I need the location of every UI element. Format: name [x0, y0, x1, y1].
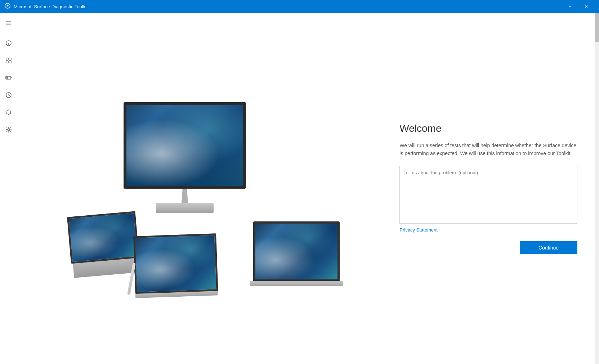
app-body: Welcome We will run a series of tests th…	[0, 13, 599, 364]
hero-area	[17, 13, 395, 364]
svg-rect-7	[6, 58, 8, 60]
laptop-screen	[253, 221, 340, 281]
monitor-stand-neck	[179, 189, 190, 203]
sidebar-item-diagnostics[interactable]	[0, 52, 17, 69]
sidebar-item-history[interactable]	[0, 86, 17, 104]
title-bar-left: Microsoft Surface Diagnostic Toolkit	[4, 3, 88, 10]
monitor-screen	[124, 102, 246, 189]
privacy-statement-link[interactable]: Privacy Statement	[399, 227, 577, 233]
laptop-base	[250, 281, 343, 286]
welcome-description: We will run a series of tests that will …	[399, 141, 577, 158]
scrollbar-thumb[interactable]	[595, 13, 599, 42]
main-content: Welcome We will run a series of tests th…	[17, 13, 599, 364]
svg-rect-13	[6, 77, 8, 79]
sidebar-item-info[interactable]	[0, 35, 17, 52]
svg-rect-8	[9, 58, 11, 60]
device-surface-studio	[116, 102, 253, 217]
app-icon	[4, 3, 11, 10]
svg-rect-10	[9, 61, 11, 63]
devices-illustration	[59, 95, 354, 304]
scrollbar-track	[595, 13, 599, 364]
right-panel: Welcome We will run a series of tests th…	[378, 13, 599, 364]
svg-point-6	[8, 42, 9, 42]
app-title: Microsoft Surface Diagnostic Toolkit	[14, 4, 88, 9]
svg-rect-12	[11, 77, 12, 78]
device-surface-flat	[133, 233, 222, 298]
device-surface-laptop	[253, 221, 347, 286]
svg-rect-9	[6, 61, 8, 63]
monitor-stand-base	[156, 203, 214, 213]
title-bar: Microsoft Surface Diagnostic Toolkit − ×	[0, 0, 599, 13]
flat-screen	[133, 233, 218, 294]
sidebar-item-menu[interactable]	[0, 14, 17, 32]
continue-button[interactable]: Continue	[520, 241, 577, 254]
title-bar-controls: − ×	[562, 0, 595, 13]
close-button[interactable]: ×	[578, 0, 595, 13]
sidebar-item-settings[interactable]	[0, 121, 17, 138]
minimize-button[interactable]: −	[562, 0, 578, 13]
svg-point-15	[8, 129, 10, 131]
problem-textarea[interactable]	[399, 166, 577, 224]
sidebar-item-battery[interactable]	[0, 69, 17, 86]
sidebar	[0, 13, 17, 364]
welcome-title: Welcome	[399, 123, 577, 134]
sidebar-item-notifications[interactable]	[0, 104, 17, 121]
tablet-screen	[67, 211, 139, 264]
